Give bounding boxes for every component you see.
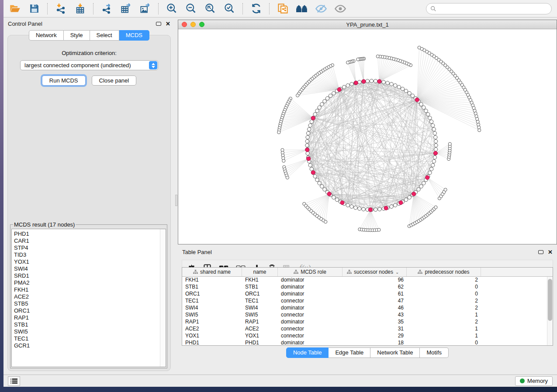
attribute-type-icon <box>294 270 298 274</box>
sort-descending-icon: ⌄ <box>395 270 399 275</box>
table-row[interactable]: ACE2ACE2connector311 <box>182 326 553 333</box>
table-row[interactable]: FKH1FKH1dominator962 <box>182 277 553 284</box>
hide-selected-icon[interactable] <box>315 3 327 15</box>
list-icon <box>10 378 17 384</box>
task-history-button[interactable] <box>8 376 20 386</box>
export-table-icon[interactable] <box>120 3 132 15</box>
column-header-predecessor-nodes[interactable]: predecessor nodes <box>407 268 481 276</box>
table-row[interactable]: SWI4SWI4dominator462 <box>182 305 553 312</box>
column-header-name[interactable]: name <box>242 268 278 276</box>
control-panel: Control Panel ✕ Network Style Select MCD… <box>3 18 175 375</box>
tab-node-table[interactable]: Node Table <box>286 347 329 358</box>
zoom-selected-icon[interactable] <box>223 3 235 15</box>
export-network-icon[interactable] <box>100 3 113 15</box>
network-view-window: YPA_prune.txt_1 <box>178 20 557 244</box>
control-panel-title: Control Panel <box>8 21 42 27</box>
zoom-fit-icon[interactable] <box>204 3 216 15</box>
result-node[interactable]: ACE2 <box>14 293 166 300</box>
search-input[interactable] <box>426 3 552 14</box>
optimization-criterion-select[interactable]: largest connected component (undirected) <box>20 60 158 70</box>
close-panel-button[interactable]: Close panel <box>92 76 137 86</box>
attribute-type-icon <box>193 270 198 274</box>
run-mcds-button[interactable]: Run MCDS <box>42 76 86 86</box>
memory-label: Memory <box>527 378 548 384</box>
save-session-icon[interactable] <box>28 3 40 15</box>
control-tabs: Network Style Select MCDS <box>29 30 149 41</box>
result-node[interactable]: TEC1 <box>14 335 166 342</box>
node-table-header: shared name name MCDS role successor nod… <box>182 268 553 277</box>
table-row[interactable]: TEC1TEC1connector472 <box>182 298 553 305</box>
first-neighbors-icon[interactable] <box>296 3 308 15</box>
table-row[interactable]: ORC1ORC1dominator610 <box>182 291 553 298</box>
import-table-icon[interactable] <box>74 3 86 15</box>
float-table-panel-icon[interactable] <box>538 250 543 254</box>
result-node[interactable]: PHD1 <box>14 230 166 237</box>
memory-button[interactable]: Memory <box>515 376 553 386</box>
tab-network-table[interactable]: Network Table <box>370 347 420 358</box>
mcds-result-fieldset: MCDS result (17 nodes) PHD1CAR1STP4TID3Y… <box>10 221 167 368</box>
search-text-input[interactable] <box>439 5 547 12</box>
result-node[interactable]: SWI5 <box>14 328 166 335</box>
table-row[interactable]: STB1STB1dominator620 <box>182 284 553 291</box>
network-window-title: YPA_prune.txt_1 <box>178 21 557 28</box>
node-table-body: FKH1FKH1dominator962STB1STB1dominator620… <box>182 277 553 346</box>
search-icon <box>430 6 436 12</box>
tab-style[interactable]: Style <box>64 30 90 41</box>
tab-select[interactable]: Select <box>90 30 119 41</box>
zoom-in-icon[interactable] <box>166 3 178 15</box>
network-canvas[interactable] <box>178 29 557 244</box>
float-panel-icon[interactable] <box>156 22 161 26</box>
table-row[interactable]: PHD1PHD1dominator180 <box>182 340 553 346</box>
column-header-shared-name[interactable]: shared name <box>182 268 242 276</box>
zoom-out-icon[interactable] <box>185 3 197 15</box>
column-header-filler <box>481 268 553 276</box>
tab-network[interactable]: Network <box>29 30 64 41</box>
result-node[interactable]: STP4 <box>14 244 166 251</box>
vertical-splitter[interactable] <box>175 18 178 375</box>
tab-motifs[interactable]: Motifs <box>420 347 449 358</box>
refresh-icon[interactable] <box>250 3 262 15</box>
table-row[interactable]: SWI5SWI5connector431 <box>182 312 553 319</box>
close-panel-icon[interactable]: ✕ <box>166 21 170 27</box>
toolbar-separator <box>158 3 159 14</box>
result-node[interactable]: ORC1 <box>14 307 166 314</box>
table-panel-title: Table Panel <box>182 249 212 255</box>
memory-status-icon <box>520 378 525 383</box>
show-all-icon[interactable] <box>334 3 346 15</box>
mcds-result-title: MCDS result (17 nodes) <box>13 221 76 228</box>
table-tabs: Node Table Edge Table Network Table Moti… <box>286 347 449 358</box>
result-node[interactable]: SRD1 <box>14 272 166 279</box>
result-node[interactable]: PMA2 <box>14 279 166 286</box>
result-node[interactable]: RAP1 <box>14 314 166 321</box>
tab-mcds[interactable]: MCDS <box>119 30 149 41</box>
result-node[interactable]: TID3 <box>14 251 166 258</box>
splitter-grip[interactable] <box>175 195 177 206</box>
result-node[interactable]: STB1 <box>14 321 166 328</box>
table-scrollbar-thumb[interactable] <box>548 279 552 321</box>
result-node[interactable]: SWI4 <box>14 265 166 272</box>
result-node[interactable]: GCR1 <box>14 342 166 349</box>
clone-network-icon[interactable] <box>277 3 289 15</box>
result-node[interactable]: STB5 <box>14 300 166 307</box>
search-field-wrap <box>426 3 552 14</box>
result-list-scrollbar[interactable] <box>160 229 166 367</box>
network-window-titlebar[interactable]: YPA_prune.txt_1 <box>178 20 557 29</box>
table-panel: Table Panel ✕ <box>178 246 557 375</box>
open-file-icon[interactable] <box>9 3 21 15</box>
column-header-successor-nodes[interactable]: successor nodes ⌄ <box>343 268 407 276</box>
column-header-mcds-role[interactable]: MCDS role <box>278 268 343 276</box>
table-row[interactable]: RAP1RAP1dominator352 <box>182 319 553 326</box>
tab-edge-table[interactable]: Edge Table <box>329 347 370 358</box>
import-network-icon[interactable] <box>55 3 67 15</box>
result-node[interactable]: YOX1 <box>14 258 166 265</box>
export-image-icon[interactable] <box>139 3 151 15</box>
table-scrollbar[interactable] <box>547 277 553 346</box>
table-row[interactable]: YOX1YOX1connector291 <box>182 333 553 340</box>
attribute-type-icon <box>418 270 422 274</box>
close-table-panel-icon[interactable]: ✕ <box>548 249 553 255</box>
mcds-result-list[interactable]: PHD1CAR1STP4TID3YOX1SWI4SRD1PMA2FKH1ACE2… <box>11 229 166 367</box>
optimization-criterion-value: largest connected component (undirected) <box>21 62 131 69</box>
result-node[interactable]: FKH1 <box>14 286 166 293</box>
result-node[interactable]: CAR1 <box>14 237 166 244</box>
select-stepper-icon <box>149 61 157 69</box>
